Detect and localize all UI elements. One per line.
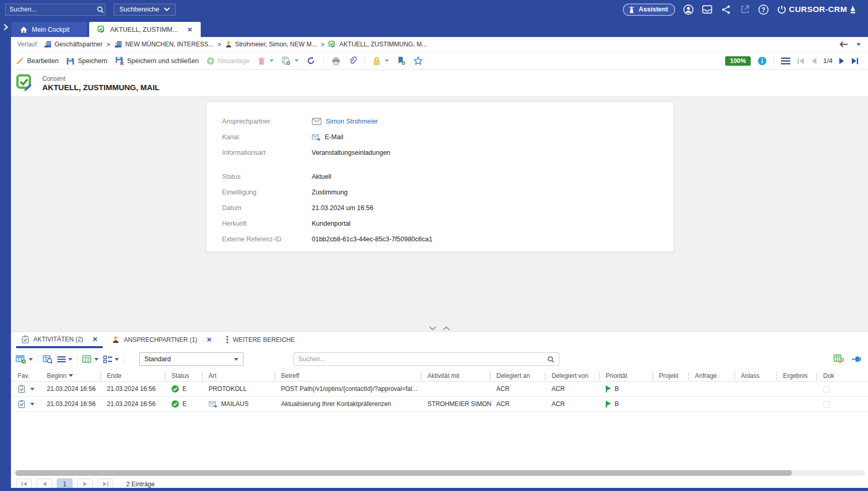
pin-icon[interactable] <box>851 356 862 362</box>
new-activity-button[interactable] <box>16 355 33 364</box>
lock-dropdown-icon[interactable] <box>385 59 389 62</box>
column-betreff[interactable]: Betreff <box>281 372 427 379</box>
search-in-grid-button[interactable] <box>43 355 53 364</box>
row-actions-dropdown-icon[interactable] <box>30 388 34 390</box>
column-prioritaet[interactable]: Priorität <box>606 372 659 379</box>
field-value-link[interactable]: Simon Strohmeier <box>312 118 378 125</box>
column-ende[interactable]: Ende <box>107 372 172 379</box>
column-art[interactable]: Art <box>209 372 281 379</box>
grid-settings-icon[interactable] <box>834 354 844 364</box>
breadcrumb-item-account[interactable]: NEW MÜNCHEN, INTERESS... <box>114 41 213 48</box>
search-icon[interactable] <box>547 355 555 363</box>
table-row[interactable]: 21.03.2024 16:56 21.03.2024 16:56 E MAIL… <box>11 397 868 412</box>
lock-button[interactable] <box>373 57 389 65</box>
power-icon[interactable] <box>777 5 787 15</box>
delete-button[interactable] <box>258 57 274 65</box>
previous-record-icon[interactable] <box>811 58 816 64</box>
speichern-und-schliessen-button[interactable]: Speichern und schließen <box>115 56 199 65</box>
button-label: Speichern <box>78 57 107 65</box>
data-quality-badge[interactable]: 100% <box>725 56 751 66</box>
expand-up-icon[interactable] <box>443 326 450 330</box>
layout-dropdown-icon[interactable] <box>115 358 119 361</box>
panel-splitter[interactable] <box>11 325 868 332</box>
breadcrumb-item-geschaeftspartner[interactable]: Geschäftspartner <box>44 41 103 48</box>
column-delegiert-an[interactable]: Delegiert an <box>496 372 552 379</box>
column-projekt[interactable]: Projekt <box>659 372 695 379</box>
column-delegiert-von[interactable]: Delegiert von <box>552 372 606 379</box>
breadcrumb-text: Geschäftspartner <box>55 41 103 48</box>
info-icon[interactable] <box>757 56 767 66</box>
table-row[interactable]: 21.03.2024 16:56 21.03.2024 16:56 E PROT… <box>11 382 868 397</box>
suchbereiche-dropdown[interactable]: Suchbereiche <box>114 4 176 16</box>
tab-label: WEITERE BEREICHE <box>233 336 295 343</box>
grid-menu-dropdown-icon[interactable] <box>68 358 72 361</box>
close-tab-icon[interactable]: ✕ <box>92 336 97 343</box>
help-icon[interactable]: ? <box>758 4 769 15</box>
bearbeiten-button[interactable]: Bearbeiten <box>16 57 58 65</box>
bookmark-button[interactable] <box>397 56 406 65</box>
refresh-button[interactable] <box>307 56 315 65</box>
tab-weitere-bereiche[interactable]: WEITERE BEREICHE <box>219 336 302 348</box>
tab-mein-cockpit[interactable]: Mein Cockpit <box>11 22 87 37</box>
sort-desc-icon <box>69 374 73 377</box>
column-beginn[interactable]: Beginn <box>47 372 107 379</box>
back-arrow-icon[interactable] <box>839 41 848 47</box>
dok-checkbox[interactable] <box>823 386 830 392</box>
grid-search-input[interactable] <box>298 355 544 363</box>
horizontal-scrollbar[interactable] <box>14 470 865 476</box>
first-record-icon[interactable] <box>797 58 804 64</box>
global-search-box[interactable] <box>5 4 105 16</box>
tab-ansprechpartner[interactable]: ANSPRECHPARTNER (1) ✕ <box>105 336 219 348</box>
view-select[interactable]: Standard <box>139 352 243 366</box>
view-mode-dropdown-icon[interactable] <box>94 358 99 361</box>
ansprechpartner-value[interactable]: Simon Strohmeier <box>326 118 378 125</box>
copy-dropdown-icon[interactable] <box>295 59 299 62</box>
row-actions-dropdown-icon[interactable] <box>30 403 34 406</box>
view-mode-button[interactable] <box>82 355 99 363</box>
assistent-button[interactable]: Assistent <box>623 4 675 16</box>
neuanlage-button[interactable]: Neuanlage <box>206 57 249 65</box>
layout-mode-button[interactable] <box>103 355 119 363</box>
breadcrumb-item-consent[interactable]: AKTUELL, ZUSTIMMUNG, M... <box>328 41 427 48</box>
new-activity-dropdown-icon[interactable] <box>29 358 33 361</box>
collapse-down-icon[interactable] <box>429 326 436 330</box>
menu-icon[interactable] <box>781 57 790 65</box>
grid-menu-button[interactable] <box>57 356 72 363</box>
prioritaet-cell: B <box>606 400 659 408</box>
user-account-icon[interactable] <box>683 4 694 15</box>
inbox-tray-icon[interactable] <box>702 4 713 15</box>
favorite-button[interactable] <box>413 56 423 65</box>
tab-aktivitaeten[interactable]: AKTIVITÄTEN (2) ✕ <box>14 335 105 348</box>
tab-label: ANSPRECHPARTNER (1) <box>124 336 197 343</box>
column-dok[interactable]: Dok <box>823 372 868 379</box>
history-dropdown-icon[interactable] <box>857 43 861 46</box>
open-external-icon[interactable] <box>739 4 750 15</box>
expand-sidebar-icon[interactable] <box>3 23 9 31</box>
fav-cell[interactable] <box>18 385 47 393</box>
column-status[interactable]: Status <box>172 372 209 379</box>
global-search-input[interactable] <box>9 6 93 13</box>
dok-checkbox[interactable] <box>823 401 830 408</box>
grid-search-box[interactable] <box>294 352 559 366</box>
search-icon[interactable] <box>96 4 104 15</box>
breadcrumb-item-contact[interactable]: Strohmeier, Simon, NEW M... <box>225 41 317 48</box>
speichern-button[interactable]: Speichern <box>66 57 107 65</box>
tab-consent-record[interactable]: AKTUELL, ZUSTIMM... ✕ <box>89 22 201 37</box>
scrollbar-thumb[interactable] <box>16 470 792 476</box>
pencil-icon <box>16 57 24 65</box>
field-label: Externe Referenz-ID <box>222 236 312 243</box>
fav-cell[interactable] <box>18 400 47 408</box>
attachment-button[interactable] <box>348 56 357 65</box>
share-icon[interactable] <box>720 4 731 15</box>
collapsed-sidebar[interactable] <box>0 19 11 491</box>
delete-dropdown-icon[interactable] <box>270 59 274 62</box>
button-label: Bearbeiten <box>27 57 58 65</box>
close-tab-icon[interactable]: ✕ <box>206 336 212 343</box>
print-button[interactable] <box>332 57 340 65</box>
column-aktivitaet-mit[interactable]: Aktivität mit <box>427 372 496 379</box>
column-fav[interactable]: Fav. <box>18 372 47 379</box>
last-record-icon[interactable] <box>851 58 859 64</box>
next-record-icon[interactable] <box>839 58 845 64</box>
copy-button[interactable] <box>282 56 299 65</box>
close-tab-icon[interactable]: ✕ <box>187 26 192 33</box>
